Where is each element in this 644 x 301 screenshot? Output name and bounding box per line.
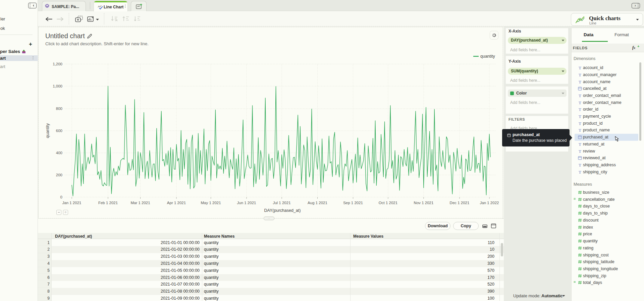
svg-text:T: T [579, 128, 581, 132]
svg-text:0: 0 [60, 195, 62, 199]
svg-text:1,200: 1,200 [53, 62, 62, 66]
svg-text:Jan 1 2022: Jan 1 2022 [480, 201, 499, 205]
svg-text:May 1 2021: May 1 2021 [201, 201, 221, 205]
svg-text:1,000: 1,000 [53, 84, 62, 88]
svg-text:200: 200 [56, 173, 62, 177]
svg-text:T: T [579, 149, 581, 153]
svg-text:Aug 1 2021: Aug 1 2021 [308, 201, 327, 205]
svg-text:Jan 1 2021: Jan 1 2021 [62, 201, 82, 205]
svg-text:Oct 1 2021: Oct 1 2021 [379, 201, 397, 205]
svg-text:Feb 1 2021: Feb 1 2021 [98, 201, 118, 205]
svg-text:quantity: quantity [480, 54, 495, 59]
svg-text:Jun 1 2021: Jun 1 2021 [237, 201, 256, 205]
svg-text:quantity: quantity [45, 123, 50, 138]
svg-text:T: T [579, 66, 581, 70]
svg-text:T: T [579, 170, 581, 174]
svg-text:T: T [579, 80, 581, 84]
svg-text:Apr 1 2021: Apr 1 2021 [167, 201, 186, 205]
svg-text:T: T [579, 73, 581, 77]
svg-text:T: T [579, 94, 581, 98]
svg-text:600: 600 [56, 129, 62, 133]
svg-text:T: T [579, 121, 581, 125]
svg-text:T: T [579, 101, 581, 105]
svg-text:800: 800 [56, 107, 62, 111]
svg-text:Jul 1 2021: Jul 1 2021 [273, 201, 290, 205]
svg-text:Nov 1 2021: Nov 1 2021 [414, 201, 434, 205]
svg-text:Dec 1 2021: Dec 1 2021 [450, 201, 470, 205]
svg-text:Sep 1 2021: Sep 1 2021 [343, 201, 363, 205]
svg-text:T: T [579, 107, 581, 111]
svg-text:T: T [579, 163, 581, 167]
svg-text:T: T [579, 142, 581, 146]
svg-text:400: 400 [56, 151, 62, 155]
svg-text:DAY(purchased_at): DAY(purchased_at) [264, 208, 301, 213]
svg-text:Mar 1 2021: Mar 1 2021 [130, 201, 150, 205]
svg-text:T: T [579, 114, 581, 118]
